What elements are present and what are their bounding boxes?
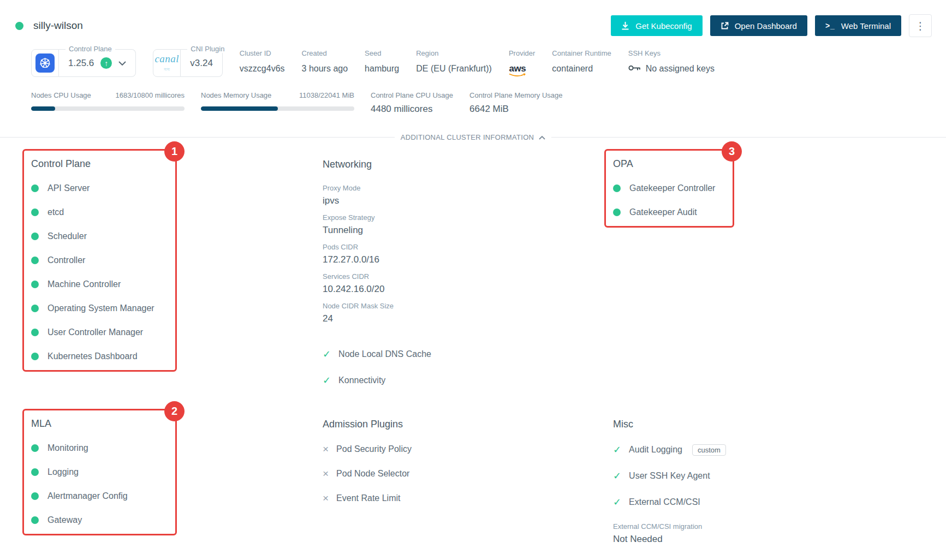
terminal-icon: >_ xyxy=(825,21,835,30)
expose-strategy-field: Expose Strategy Tunneling xyxy=(323,213,613,236)
status-item-monitoring: Monitoring xyxy=(31,443,175,453)
seed-label: Seed xyxy=(365,49,399,57)
nodes-cpu-progressbar xyxy=(31,106,185,111)
additional-cluster-information: 1 Control Plane API Server etcd Schedule… xyxy=(0,149,946,552)
check-icon: ✓ xyxy=(323,374,331,386)
created-label: Created xyxy=(302,49,348,57)
cluster-id-value: vszzcg4v6s xyxy=(240,64,285,74)
healthy-dot xyxy=(31,468,39,476)
networking-section: Networking Proxy Mode ipvs Expose Strate… xyxy=(323,149,613,397)
download-icon xyxy=(621,21,629,30)
ssh-keys-field: SSH Keys No assigned keys xyxy=(628,49,715,74)
control-plane-version-panel: Control Plane 1.25.6 ↑ xyxy=(31,49,136,77)
container-runtime-value: containerd xyxy=(552,64,611,74)
created-value: 3 hours ago xyxy=(302,64,348,74)
status-item-os-manager: Operating System Manager xyxy=(31,303,175,313)
canal-logo: canal ≈≈ xyxy=(153,49,181,77)
healthy-dot xyxy=(31,281,39,288)
control-plane-version-label: Control Plane xyxy=(66,45,115,53)
container-runtime-label: Container Runtime xyxy=(552,49,611,57)
status-item-gatekeeper-audit: Gatekeeper Audit xyxy=(613,207,733,217)
control-plane-cpu-usage: Control Plane CPU Usage 4480 millicores xyxy=(371,91,453,115)
annotation-box-mla: 2 MLA Monitoring Logging Alertmanager Co… xyxy=(22,409,177,535)
ssh-keys-value: No assigned keys xyxy=(646,64,715,74)
chevron-down-icon[interactable] xyxy=(118,61,126,65)
kubernetes-logo xyxy=(31,49,59,77)
additional-info-toggle[interactable]: ADDITIONAL CLUSTER INFORMATION xyxy=(395,133,551,141)
control-plane-section-title: Control Plane xyxy=(31,158,175,170)
chevron-up-icon xyxy=(539,133,545,141)
status-item-kubernetes-dashboard: Kubernetes Dashboard xyxy=(31,352,175,361)
annotation-1-badge: 1 xyxy=(164,141,185,162)
healthy-dot xyxy=(31,353,39,360)
canal-waves: ≈≈ xyxy=(164,66,170,72)
nodes-cpu-usage-label: Nodes CPU Usage xyxy=(31,91,91,99)
upgrade-available-icon[interactable]: ↑ xyxy=(100,57,112,69)
region-label: Region xyxy=(416,49,492,57)
pods-cidr-field: Pods CIDR 172.27.0.0/16 xyxy=(323,243,613,265)
web-terminal-label: Web Terminal xyxy=(841,21,891,31)
cluster-health-dot xyxy=(15,22,23,30)
mla-section-title: MLA xyxy=(31,418,175,430)
cni-plugin-panel: canal ≈≈ CNI Plugin v3.24 xyxy=(153,49,223,77)
nodes-cpu-usage: Nodes CPU Usage 1683/10800 millicores xyxy=(31,91,185,111)
status-item-api-server: API Server xyxy=(31,183,175,193)
web-terminal-button[interactable]: >_ Web Terminal xyxy=(815,15,901,36)
annotation-3-badge: 3 xyxy=(722,141,742,162)
key-icon xyxy=(628,64,641,74)
ccm-csi-migration-field: External CCM/CSI migration Not Needed xyxy=(613,522,946,545)
status-item-gateway: Gateway xyxy=(31,515,175,525)
nodes-memory-progressbar xyxy=(201,106,354,111)
status-item-machine-controller: Machine Controller xyxy=(31,279,175,289)
check-konnectivity: ✓ Konnectivity xyxy=(323,374,613,386)
region-field: Region DE (EU (Frankfurt)) xyxy=(416,49,492,74)
aws-logo: aws xyxy=(509,64,526,77)
check-icon: ✓ xyxy=(613,496,621,508)
healthy-dot xyxy=(613,208,621,216)
admission-pod-node-selector: × Pod Node Selector xyxy=(323,468,613,479)
topbar: silly-wilson Get Kubeconfig Open Dashboa… xyxy=(0,0,946,37)
container-runtime-field: Container Runtime containerd xyxy=(552,49,611,74)
provider-field: Provider aws xyxy=(509,49,535,77)
created-field: Created 3 hours ago xyxy=(302,49,348,74)
healthy-dot xyxy=(31,516,39,524)
healthy-dot xyxy=(31,257,39,264)
annotation-2-badge: 2 xyxy=(164,401,185,421)
open-dashboard-label: Open Dashboard xyxy=(735,21,797,31)
status-item-logging: Logging xyxy=(31,467,175,477)
admission-pod-security-policy: × Pod Security Policy xyxy=(323,444,613,454)
additional-info-divider: ADDITIONAL CLUSTER INFORMATION xyxy=(0,133,946,141)
services-cidr-field: Services CIDR 10.242.16.0/20 xyxy=(323,272,613,295)
usage-row: Nodes CPU Usage 1683/10800 millicores No… xyxy=(0,91,946,115)
admission-plugins-section: Admission Plugins × Pod Security Policy … xyxy=(323,409,613,517)
custom-badge: custom xyxy=(692,444,726,456)
seed-field: Seed hamburg xyxy=(365,49,399,74)
misc-section: Misc ✓ Audit Logging custom ✓ User SSH K… xyxy=(613,409,946,552)
control-plane-memory-usage: Control Plane Memory Usage 6642 MiB xyxy=(469,91,563,115)
control-plane-version-field: Control Plane 1.25.6 ↑ xyxy=(59,49,136,77)
nodes-cpu-usage-value: 1683/10800 millicores xyxy=(116,91,185,99)
healthy-dot xyxy=(31,444,39,452)
divider-line-left xyxy=(0,137,395,138)
admission-plugins-title: Admission Plugins xyxy=(323,419,613,430)
healthy-dot xyxy=(31,233,39,240)
cni-version-value: v3.24 xyxy=(190,58,213,69)
provider-label: Provider xyxy=(509,49,535,57)
admission-event-rate-limit: × Event Rate Limit xyxy=(323,493,613,503)
external-link-icon xyxy=(721,22,729,30)
open-dashboard-button[interactable]: Open Dashboard xyxy=(710,15,807,36)
cp-memory-usage-label: Control Plane Memory Usage xyxy=(469,91,563,99)
healthy-dot xyxy=(31,492,39,500)
cluster-name: silly-wilson xyxy=(33,20,83,32)
networking-section-title: Networking xyxy=(323,159,613,170)
additional-info-label: ADDITIONAL CLUSTER INFORMATION xyxy=(401,133,534,141)
get-kubeconfig-button[interactable]: Get Kubeconfig xyxy=(611,15,702,36)
more-actions-button[interactable]: ⋮ xyxy=(909,14,932,37)
status-item-scheduler: Scheduler xyxy=(31,231,175,241)
get-kubeconfig-label: Get Kubeconfig xyxy=(635,21,692,31)
control-plane-version-value: 1.25.6 xyxy=(68,58,94,69)
divider-line-right xyxy=(551,137,946,138)
cp-cpu-usage-value: 4480 millicores xyxy=(371,104,453,115)
status-item-user-controller-manager: User Controller Manager xyxy=(31,327,175,337)
status-item-alertmanager-config: Alertmanager Config xyxy=(31,491,175,501)
